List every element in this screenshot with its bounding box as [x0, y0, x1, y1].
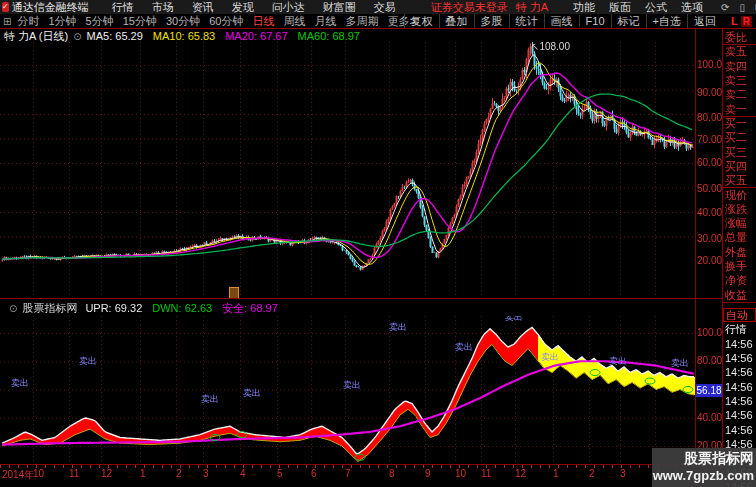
sidebar-row-涨幅[interactable]: 涨幅 — [723, 216, 756, 230]
period-tab-30分钟[interactable]: 30分钟 — [166, 14, 200, 29]
sidebar-row-涨跌[interactable]: 涨跌 — [723, 202, 756, 216]
menu-item-版面[interactable]: 版面 — [609, 0, 631, 15]
last-value-tag: 56.18 — [696, 384, 722, 397]
toolbar-button-叠加[interactable]: 叠加 — [439, 14, 474, 29]
y-axis-label: 100.0 — [697, 59, 722, 70]
refresh-icon[interactable]: ⟳ — [721, 2, 729, 13]
indicator-value: DWN: 62.63 — [152, 302, 212, 314]
toolbar-button-返回[interactable]: 返回 — [687, 14, 722, 29]
toolbar-button-复权[interactable]: 复权 — [404, 14, 439, 29]
sidebar-row-收益[interactable]: 收益 — [723, 288, 756, 303]
period-tab-60分钟[interactable]: 60分钟 — [209, 14, 243, 29]
sidebar-row-现价[interactable]: 现价 — [723, 188, 756, 202]
indicator-settings-icon[interactable]: ⊙ — [73, 31, 81, 42]
sidebar-row-买一[interactable]: 买一 — [723, 116, 756, 130]
cursor-left-label[interactable]: L — [731, 15, 738, 27]
date-label: 2014年 — [2, 468, 34, 482]
sidebar-row-行情[interactable]: 行情 — [723, 322, 756, 336]
toolbar-buttons: 复权叠加多股统计画线F10标记+自选返回 — [404, 14, 722, 28]
date-label: 4 — [240, 468, 246, 479]
toolbar-button-标记[interactable]: 标记 — [611, 14, 646, 29]
sidebar-row-换手[interactable]: 换手 — [723, 259, 756, 273]
sidebar-row-买四[interactable]: 买四 — [723, 159, 756, 173]
menu-item-交易[interactable]: 交易 — [374, 0, 396, 15]
toolbar-button-+自选[interactable]: +自选 — [646, 14, 687, 29]
peak-price-annotation: ↖108.00 — [531, 41, 570, 52]
y-axis-label: 40.00 — [697, 207, 722, 218]
sidebar-tab-auto[interactable]: 自动 — [723, 308, 756, 322]
period-tab-5分钟[interactable]: 5分钟 — [86, 14, 114, 29]
period-tab-1分钟[interactable]: 1分钟 — [48, 14, 76, 29]
sidebar-row-委比[interactable]: 委比 — [723, 30, 756, 45]
period-tab-月线[interactable]: 月线 — [314, 14, 336, 29]
watermark-url: www.7gpzb.com — [652, 468, 754, 483]
sidebar-row-卖四[interactable]: 卖四 — [723, 59, 756, 73]
menu-item-财富圈[interactable]: 财富圈 — [323, 0, 356, 15]
sidebar-row-净资[interactable]: 净资 — [723, 273, 756, 287]
sidebar-row-卖五[interactable]: 卖五 — [723, 44, 756, 58]
indicator-chart[interactable] — [0, 316, 695, 464]
indicator-source: 股票指标网 — [22, 301, 77, 316]
main-menu: 行情市场资讯发现问小达财富圈交易 — [103, 0, 405, 15]
sidebar-row-卖二[interactable]: 卖二 — [723, 87, 756, 101]
y-axis-label: 70.00 — [697, 134, 722, 145]
period-tab-周线[interactable]: 周线 — [283, 14, 305, 29]
menu-item-选项[interactable]: 选项 — [681, 0, 703, 15]
date-label: 11 — [69, 468, 79, 479]
date-label: 8 — [389, 468, 395, 479]
toolbar-button-画线[interactable]: 画线 — [544, 14, 579, 29]
tdx-terminal-window: ✓ 通达信金融终端 行情市场资讯发现问小达财富圈交易 证券交易未登录 特 力A … — [0, 0, 756, 487]
indicator-icon[interactable]: ⊙ — [9, 303, 17, 314]
menu-item-行情[interactable]: 行情 — [112, 0, 134, 15]
candlestick-chart[interactable] — [0, 42, 695, 298]
period-tab-分时[interactable]: 分时 — [17, 14, 39, 29]
sidebar-row-卖一[interactable]: 卖一 — [723, 102, 756, 117]
mobile-icon[interactable]: ▯ — [740, 2, 746, 13]
sidebar-row-买五[interactable]: 买五 — [723, 173, 756, 188]
left-right-cursor-toggle[interactable]: LR — [731, 15, 752, 27]
y-axis-label: 50.00 — [697, 183, 722, 194]
menu-item-发现[interactable]: 发现 — [232, 0, 254, 15]
date-label: 3 — [203, 468, 209, 479]
indicator-value: 安全: 68.97 — [222, 302, 278, 314]
indicator-value: UPR: 69.32 — [85, 302, 142, 314]
sidebar-row-买三[interactable]: 买三 — [723, 145, 756, 159]
toolbar-button-统计[interactable]: 统计 — [509, 14, 544, 29]
sidebar-time-row: 14:56 — [723, 351, 756, 365]
ma-values: MA5: 65.29MA10: 65.83MA20: 67.67MA60: 68… — [87, 30, 370, 42]
sidebar-time-row: 14:56 — [723, 408, 756, 422]
indicator-values: UPR: 69.32DWN: 62.63安全: 68.97 — [85, 301, 287, 316]
sidebar-time-row: 14:56 — [723, 337, 756, 351]
y-axis-label: 90.00 — [697, 87, 722, 98]
cursor-right-label[interactable]: R — [741, 16, 752, 27]
date-label: 9 — [425, 468, 431, 479]
toolbar-button-多股[interactable]: 多股 — [474, 14, 509, 29]
y-axis-label: 20.00 — [697, 255, 722, 266]
login-status: 证券交易未登录 — [431, 0, 508, 15]
sidebar-row-买二[interactable]: 买二 — [723, 130, 756, 144]
period-tab-日线[interactable]: 日线 — [252, 14, 274, 29]
sidebar-row-外盘[interactable]: 外盘 — [723, 245, 756, 259]
ma-value: MA10: 65.83 — [153, 30, 215, 42]
sidebar-row-卖三[interactable]: 卖三 — [723, 73, 756, 87]
menu-item-市场[interactable]: 市场 — [152, 0, 174, 15]
quote-sidebar: 委比卖五卖四卖三卖二卖一买一买二买三买四买五现价涨跌涨幅总量外盘换手净资收益自动… — [723, 28, 756, 487]
toolbar-button-F10[interactable]: F10 — [579, 15, 611, 27]
date-label: 2 — [589, 468, 595, 479]
date-label: 1 — [140, 468, 146, 479]
date-label: 5 — [277, 468, 283, 479]
menu-item-功能[interactable]: 功能 — [573, 0, 595, 15]
date-label: 2 — [176, 468, 182, 479]
sidebar-row-总量[interactable]: 总量 — [723, 230, 756, 244]
date-label: 3 — [620, 468, 626, 479]
indicator-header: ⊙ 股票指标网 UPR: 69.32DWN: 62.63安全: 68.97 — [4, 302, 288, 314]
menu-item-公式[interactable]: 公式 — [645, 0, 667, 15]
period-tabs: 分时1分钟5分钟15分钟30分钟60分钟日线周线月线多周期更多> — [17, 14, 424, 29]
menu-item-资讯[interactable]: 资讯 — [192, 0, 214, 15]
date-label: 10 — [33, 468, 44, 479]
menu-item-问小达[interactable]: 问小达 — [272, 0, 305, 15]
period-tab-15分钟[interactable]: 15分钟 — [123, 14, 157, 29]
period-tab-多周期[interactable]: 多周期 — [345, 14, 378, 29]
layout-grid-icon[interactable]: ⊞ — [3, 16, 11, 27]
app-logo-icon: ✓ — [2, 2, 9, 12]
